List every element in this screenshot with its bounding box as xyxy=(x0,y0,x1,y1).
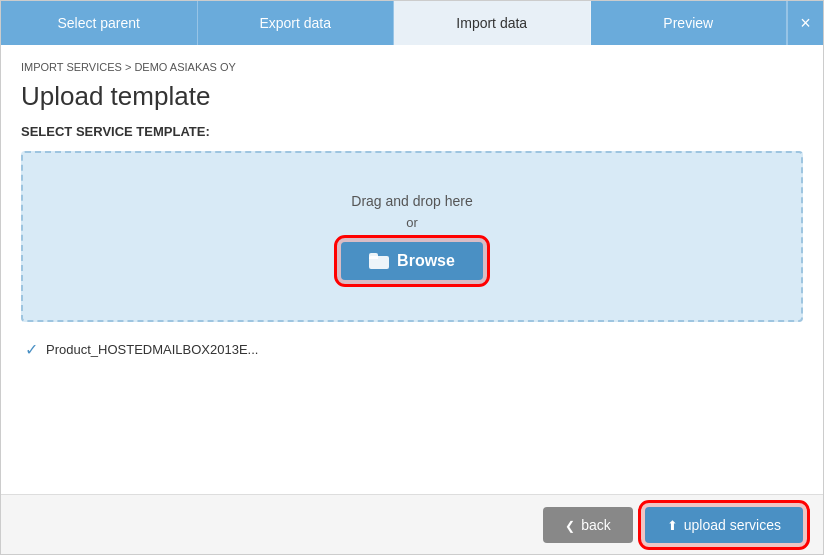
upload-icon xyxy=(667,517,678,533)
check-icon: ✓ xyxy=(25,340,38,359)
section-label: SELECT SERVICE TEMPLATE: xyxy=(21,124,803,139)
or-text: or xyxy=(406,215,418,230)
breadcrumb-part1: IMPORT SERVICES xyxy=(21,61,122,73)
drag-drop-text: Drag and drop here xyxy=(351,193,472,209)
filename-label: Product_HOSTEDMAILBOX2013E... xyxy=(46,342,258,357)
tab-bar: Select parent Export data Import data Pr… xyxy=(1,1,823,45)
back-label: back xyxy=(581,517,611,533)
tab-import-data[interactable]: Import data xyxy=(394,1,591,45)
breadcrumb: IMPORT SERVICES > DEMO ASIAKAS OY xyxy=(21,61,803,73)
tab-export-data[interactable]: Export data xyxy=(198,1,395,45)
file-item: ✓ Product_HOSTEDMAILBOX2013E... xyxy=(25,340,803,359)
drop-zone[interactable]: Drag and drop here or Browse xyxy=(21,151,803,322)
page-title: Upload template xyxy=(21,81,803,112)
upload-services-button[interactable]: upload services xyxy=(645,507,803,543)
upload-label: upload services xyxy=(684,517,781,533)
tab-select-parent-label: Select parent xyxy=(58,15,141,31)
folder-icon xyxy=(369,253,389,269)
browse-button[interactable]: Browse xyxy=(341,242,483,280)
tab-export-data-label: Export data xyxy=(259,15,331,31)
main-content: IMPORT SERVICES > DEMO ASIAKAS OY Upload… xyxy=(1,45,823,375)
tab-import-data-label: Import data xyxy=(456,15,527,31)
browse-label: Browse xyxy=(397,252,455,270)
tab-preview-label: Preview xyxy=(663,15,713,31)
close-icon: × xyxy=(800,13,811,34)
back-button[interactable]: back xyxy=(543,507,633,543)
footer: back upload services xyxy=(1,494,823,554)
tab-select-parent[interactable]: Select parent xyxy=(1,1,198,45)
breadcrumb-part2: DEMO ASIAKAS OY xyxy=(134,61,235,73)
breadcrumb-separator: > xyxy=(122,61,135,73)
tab-preview[interactable]: Preview xyxy=(591,1,788,45)
close-button[interactable]: × xyxy=(787,1,823,45)
arrow-left-icon xyxy=(565,517,575,533)
